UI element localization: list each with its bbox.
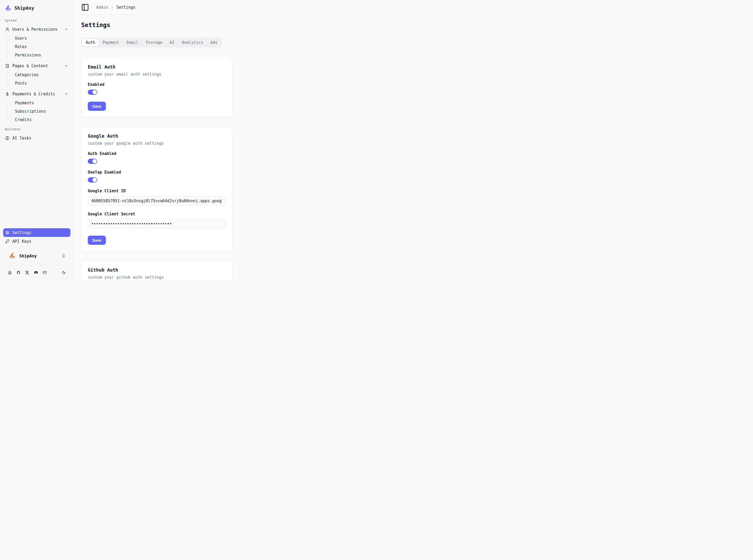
sidebar-item-api-keys[interactable]: API Keys bbox=[3, 237, 71, 245]
discord-link-icon[interactable] bbox=[34, 270, 38, 275]
key-icon bbox=[5, 239, 9, 243]
page-content: Settings AuthPaymentEmailStorageAIAnalyt… bbox=[74, 15, 376, 280]
tab-ads[interactable]: Ads bbox=[207, 39, 221, 46]
field-label: Google Client Secret bbox=[88, 212, 226, 216]
save-button[interactable]: Save bbox=[88, 102, 106, 111]
workspace-switcher[interactable]: ShipAny bbox=[6, 250, 67, 262]
sidebar-subitem-roles[interactable]: Roles bbox=[13, 43, 71, 51]
sidebar-item-label: Settings bbox=[12, 231, 31, 235]
brain-icon bbox=[5, 136, 9, 140]
sidebar-nav: SystemUsers & PermissionsUsersRolesPermi… bbox=[0, 15, 74, 142]
toggle-thumb bbox=[93, 178, 97, 182]
enabled-toggle[interactable] bbox=[88, 89, 97, 95]
card-github-auth: Github Authcustom your github auth setti… bbox=[81, 261, 232, 280]
mail-icon bbox=[43, 270, 46, 275]
section-label-business: Business bbox=[0, 127, 74, 131]
sidebar-item-ai-tasks[interactable]: AI Tasks bbox=[3, 134, 71, 142]
field-onetap-enabled: OneTap Enabled bbox=[88, 170, 226, 183]
github-link-icon[interactable] bbox=[17, 270, 20, 275]
card-description: custom your github auth settings bbox=[88, 275, 226, 280]
tab-storage[interactable]: Storage bbox=[142, 39, 166, 46]
workspace-name: ShipAny bbox=[19, 254, 37, 258]
sidebar-item-label: AI Tasks bbox=[12, 136, 31, 141]
sidebar-item-pages-content[interactable]: Pages & Content bbox=[3, 61, 71, 70]
card-body: EnabledSave bbox=[88, 82, 226, 111]
onetap-enabled-toggle[interactable] bbox=[88, 177, 97, 183]
tab-ai[interactable]: AI bbox=[166, 39, 178, 46]
field-enabled: Enabled bbox=[88, 82, 226, 95]
sidebar-item-label: Payments & Credits bbox=[12, 92, 55, 96]
google-client-id-input[interactable] bbox=[88, 196, 226, 206]
chevron-down-icon bbox=[64, 64, 68, 68]
github-icon bbox=[17, 270, 20, 275]
sidebar-subitem-payments[interactable]: Payments bbox=[13, 99, 71, 107]
moon-icon bbox=[62, 270, 66, 275]
sidebar-subitem-credits[interactable]: Credits bbox=[13, 116, 71, 124]
chevrons-up-down-icon bbox=[61, 254, 66, 258]
card-title: Github Auth bbox=[88, 267, 226, 273]
app-root: ShipAny SystemUsers & PermissionsUsersRo… bbox=[0, 0, 376, 280]
x-link-icon[interactable] bbox=[25, 270, 29, 275]
settings-tabs: AuthPaymentEmailStorageAIAnalyticsAds bbox=[81, 38, 222, 47]
sidebar-bottom: SettingsAPI Keys ShipAny bbox=[0, 228, 74, 280]
theme-toggle-moon-icon[interactable] bbox=[62, 270, 66, 275]
brain-icon bbox=[5, 136, 9, 140]
document-icon bbox=[5, 64, 9, 68]
sidebar-toggle-button[interactable] bbox=[81, 3, 89, 11]
footer-divider bbox=[53, 269, 53, 276]
breadcrumb: Admin Settings bbox=[96, 5, 135, 10]
sidebar-item-label: API Keys bbox=[12, 239, 31, 244]
x-icon bbox=[25, 270, 29, 275]
sidebar-footer bbox=[3, 265, 71, 280]
chevron-down-icon bbox=[64, 92, 68, 96]
sidebar-item-users-permissions[interactable]: Users & Permissions bbox=[3, 25, 71, 34]
sailboat-icon bbox=[9, 253, 16, 259]
field-auth-enabled: Auth Enabled bbox=[88, 151, 226, 164]
section-label-system: System bbox=[0, 18, 74, 22]
sidebar-subitem-users[interactable]: Users bbox=[13, 34, 71, 43]
sidebar-subitem-subscriptions[interactable]: Subscriptions bbox=[13, 107, 71, 116]
sailboat-icon bbox=[5, 5, 12, 12]
home-link-icon[interactable] bbox=[8, 270, 12, 275]
user-icon bbox=[5, 27, 9, 32]
document-icon bbox=[5, 64, 9, 68]
field-label: Google Client ID bbox=[88, 188, 226, 193]
card-body: Auth EnabledOneTap EnabledGoogle Client … bbox=[88, 151, 226, 245]
save-button[interactable]: Save bbox=[88, 236, 106, 245]
page-title: Settings bbox=[81, 22, 369, 28]
card-description: custom your email auth settings bbox=[88, 72, 226, 77]
sidebar-item-settings[interactable]: Settings bbox=[3, 228, 71, 237]
submenu-pages-content: CategoriesPosts bbox=[7, 71, 71, 87]
card-description: custom your google auth settings bbox=[88, 141, 226, 146]
sidebar-item-label: Pages & Content bbox=[12, 64, 48, 68]
chevron-down-icon bbox=[64, 27, 68, 31]
field-google-client-secret: Google Client Secret bbox=[88, 212, 226, 229]
auth-enabled-toggle[interactable] bbox=[88, 159, 97, 164]
sidebar-subitem-permissions[interactable]: Permissions bbox=[13, 51, 71, 59]
chevron-right-icon bbox=[110, 5, 114, 9]
key-icon bbox=[5, 239, 9, 243]
google-client-secret-input[interactable] bbox=[88, 219, 226, 229]
sidebar-item-payments-credits[interactable]: Payments & Credits bbox=[3, 89, 71, 98]
tab-payment[interactable]: Payment bbox=[99, 39, 122, 46]
user-icon bbox=[5, 27, 9, 32]
field-google-client-id: Google Client ID bbox=[88, 188, 226, 206]
submenu-users-permissions: UsersRolesPermissions bbox=[7, 34, 71, 59]
sidebar: ShipAny SystemUsers & PermissionsUsersRo… bbox=[0, 0, 74, 280]
app-name: ShipAny bbox=[15, 5, 34, 11]
mail-link-icon[interactable] bbox=[43, 270, 46, 275]
breadcrumb-admin[interactable]: Admin bbox=[96, 5, 108, 10]
sailboat-icon bbox=[9, 253, 16, 259]
sidebar-subitem-categories[interactable]: Categories bbox=[13, 71, 71, 79]
app-logo[interactable]: ShipAny bbox=[0, 3, 74, 14]
sidebar-subitem-posts[interactable]: Posts bbox=[13, 79, 71, 87]
card-email-auth: Email Authcustom your email auth setting… bbox=[81, 58, 232, 117]
chevrons-up-down-icon bbox=[61, 254, 66, 258]
tab-email[interactable]: Email bbox=[123, 39, 142, 46]
field-label: Auth Enabled bbox=[88, 151, 226, 156]
card-google-auth: Google Authcustom your google auth setti… bbox=[81, 127, 232, 252]
gear-icon bbox=[5, 231, 9, 235]
tab-analytics[interactable]: Analytics bbox=[178, 39, 206, 46]
tab-auth[interactable]: Auth bbox=[82, 39, 99, 46]
sidebar-item-label: Users & Permissions bbox=[12, 27, 58, 32]
